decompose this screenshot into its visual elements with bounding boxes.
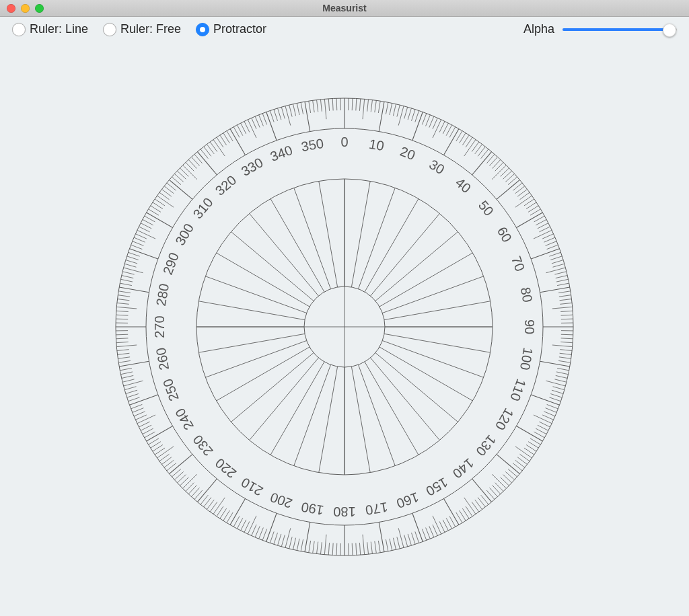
svg-line-171 [393,538,396,550]
svg-line-69 [534,230,552,239]
close-icon[interactable] [7,4,15,13]
svg-line-87 [560,299,572,301]
svg-line-158 [439,521,445,532]
svg-line-75 [549,252,560,256]
svg-line-302 [143,219,153,225]
svg-line-259 [124,381,143,386]
svg-line-343 [262,114,266,125]
svg-line-271 [116,338,128,339]
svg-line-90 [560,311,573,311]
svg-line-279 [116,307,137,309]
toolbar: Ruler: LineRuler: FreeProtractor Alpha [0,17,689,42]
minimize-icon[interactable] [21,4,30,13]
svg-line-375 [382,341,483,378]
svg-line-136 [505,471,514,479]
svg-line-290 [124,264,136,267]
degree-label: 160 [395,490,421,511]
svg-line-314 [170,180,192,199]
svg-line-289 [124,268,143,273]
svg-line-258 [124,387,136,390]
svg-line-336 [237,125,242,136]
svg-line-309 [157,196,174,207]
svg-line-170 [397,537,400,548]
svg-line-285 [120,283,132,285]
mode-protractor[interactable]: Protractor [196,22,266,36]
svg-line-13 [378,101,380,113]
svg-line-209 [248,516,256,534]
radio-icon[interactable] [196,23,209,36]
svg-line-97 [561,338,573,339]
degree-label: 350 [300,136,325,154]
degree-label: 210 [239,475,266,499]
svg-line-10 [367,100,369,112]
svg-line-384 [294,364,331,465]
svg-line-265 [118,360,131,362]
window-title: Measurist [0,3,689,13]
degree-label: 80 [518,286,536,303]
degree-label: 270 [152,315,167,338]
svg-line-176 [375,541,377,553]
svg-line-71 [544,237,555,242]
svg-line-19 [398,106,404,126]
svg-line-178 [367,542,369,554]
svg-line-247 [141,425,151,430]
radio-icon[interactable] [12,23,26,36]
svg-line-376 [379,347,473,401]
mode-ruler_free[interactable]: Ruler: Free [103,22,181,36]
alpha-slider[interactable] [563,24,677,36]
mode-radio-group: Ruler: LineRuler: FreeProtractor [12,22,266,36]
degree-label: 150 [423,475,450,499]
svg-line-295 [131,245,143,249]
svg-line-14 [379,102,384,131]
degree-label: 180 [333,504,355,519]
svg-line-257 [126,390,137,393]
degree-label: 240 [172,406,196,432]
svg-line-159 [433,516,441,534]
svg-line-353 [301,102,303,114]
svg-line-120 [539,422,550,427]
svg-line-318 [180,168,188,177]
svg-line-18 [397,105,400,116]
mode-ruler_line[interactable]: Ruler: Line [12,22,88,36]
svg-line-348 [281,107,285,118]
svg-line-68 [539,227,550,232]
degree-label: 110 [507,377,529,403]
svg-line-234 [170,455,192,474]
svg-line-355 [309,101,311,113]
svg-line-388 [216,347,310,401]
svg-line-203 [270,531,274,543]
svg-line-76 [550,256,562,260]
svg-line-378 [371,358,440,440]
svg-line-352 [297,103,299,115]
svg-line-24 [412,112,423,141]
svg-line-329 [213,139,225,156]
titlebar: Measurist [0,0,689,17]
svg-line-366 [359,188,396,288]
svg-line-211 [241,520,246,531]
protractor[interactable]: 0102030405060708090100110120130140150160… [102,85,587,569]
svg-line-59 [515,196,532,207]
svg-line-103 [558,360,571,362]
svg-line-102 [559,357,571,359]
svg-line-175 [378,541,380,553]
svg-line-349 [285,106,291,126]
mode-label: Ruler: Line [30,22,88,36]
svg-line-377 [375,353,458,422]
zoom-icon[interactable] [35,4,44,13]
svg-line-186 [336,543,337,555]
svg-line-250 [135,415,146,420]
svg-line-374 [384,334,491,352]
svg-line-362 [336,98,337,110]
svg-line-224 [197,479,217,502]
radio-icon[interactable] [103,23,116,36]
svg-line-340 [252,118,256,128]
svg-line-287 [122,276,134,278]
svg-line-397 [270,198,324,292]
svg-line-201 [278,534,281,545]
svg-line-70 [542,234,553,239]
svg-line-110 [553,387,565,390]
slider-thumb-icon[interactable] [663,24,676,37]
svg-line-249 [137,415,155,424]
svg-line-294 [130,249,158,259]
svg-line-244 [147,426,173,442]
